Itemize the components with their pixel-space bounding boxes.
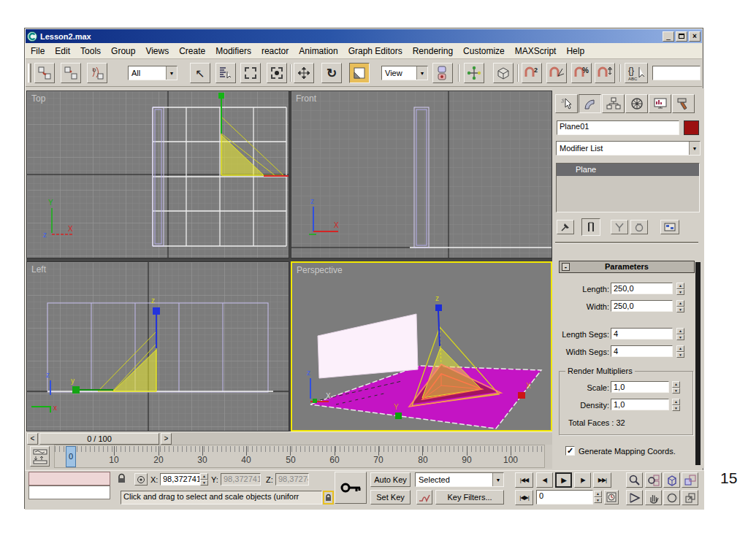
spinner-up-icon[interactable]: ▲ <box>200 473 208 480</box>
menu-group[interactable]: Group <box>106 45 140 58</box>
go-to-start-button[interactable]: |◀◀ <box>515 472 533 488</box>
menu-edit[interactable]: Edit <box>50 45 75 58</box>
current-frame-marker[interactable]: 0 <box>66 446 76 467</box>
track-bar-ruler[interactable]: 0 10 20 30 40 50 60 70 80 90 100 0 <box>54 445 545 468</box>
viewport-left-canvas[interactable]: z y z x <box>27 262 289 431</box>
close-button[interactable]: × <box>689 31 701 42</box>
maxscript-listener-pink[interactable] <box>28 472 110 486</box>
menu-graph-editors[interactable]: Graph Editors <box>343 45 408 58</box>
viewport-top-label[interactable]: Top <box>31 93 45 104</box>
menu-reactor[interactable]: reactor <box>256 45 294 58</box>
menu-tools[interactable]: Tools <box>75 45 106 58</box>
viewport-left-label[interactable]: Left <box>31 264 46 275</box>
length-spinner[interactable]: ▲▼ <box>676 283 684 295</box>
menu-customize[interactable]: Customize <box>458 45 510 58</box>
modifier-list-dropdown[interactable]: Modifier List ▼ <box>556 141 701 156</box>
viewport-front[interactable]: Front z X <box>291 91 552 258</box>
spinner-down-icon[interactable]: ▼ <box>672 405 680 412</box>
open-mini-curve-editor-button[interactable] <box>30 446 50 467</box>
select-and-move-button[interactable] <box>294 63 314 83</box>
current-frame-field[interactable]: 0 <box>536 490 593 505</box>
length-segs-field[interactable]: 4 <box>611 328 673 340</box>
tab-modify[interactable] <box>579 94 601 113</box>
key-mode-arrow-icon[interactable]: ▼ <box>492 473 503 486</box>
time-slider-handle[interactable]: 0 / 100 <box>39 433 159 445</box>
make-unique-button[interactable] <box>611 220 628 234</box>
modifier-stack[interactable]: Plane <box>556 163 700 212</box>
zoom-all-button[interactable] <box>645 472 662 488</box>
width-segs-field[interactable]: 4 <box>611 345 673 357</box>
selection-filter-dropdown[interactable]: All ▼ <box>128 66 178 80</box>
spinner-down-icon[interactable]: ▼ <box>594 497 602 504</box>
menu-animation[interactable]: Animation <box>294 45 343 58</box>
rectangular-selection-button[interactable] <box>240 63 261 83</box>
viewport-front-canvas[interactable]: z X <box>291 91 552 258</box>
selection-filter-arrow-icon[interactable]: ▼ <box>166 66 177 80</box>
pin-stack-button[interactable] <box>557 220 574 234</box>
spinner-down-icon[interactable]: ▼ <box>676 289 684 296</box>
tab-create[interactable] <box>555 94 578 113</box>
zoom-button[interactable] <box>626 472 643 488</box>
menu-rendering[interactable]: Rendering <box>408 45 458 58</box>
time-configuration-button[interactable] <box>604 490 619 505</box>
next-frame-button[interactable]: |▶ <box>574 472 591 488</box>
spinner-down-icon[interactable]: ▼ <box>672 388 680 394</box>
object-name-field[interactable]: Plane01 <box>557 120 679 135</box>
play-button[interactable]: ▶ <box>555 472 572 488</box>
density-spinner[interactable]: ▲▼ <box>672 399 680 411</box>
time-slider-prev-button[interactable]: < <box>27 433 38 445</box>
viewport-top-canvas[interactable]: Y X z <box>27 91 289 258</box>
angle-snap-button[interactable] <box>546 63 567 83</box>
width-field[interactable]: 250,0 <box>611 300 673 312</box>
selection-lock-icon[interactable] <box>117 473 126 486</box>
spinner-up-icon[interactable]: ▲ <box>676 328 684 334</box>
spinner-up-icon[interactable]: ▲ <box>672 399 680 405</box>
modifier-list-arrow-icon[interactable]: ▼ <box>689 142 700 155</box>
field-of-view-button[interactable] <box>626 490 643 505</box>
select-and-rotate-button[interactable]: ↻ <box>321 63 342 83</box>
select-and-manipulate-button[interactable] <box>464 63 484 83</box>
spinner-snap-button[interactable] <box>595 63 615 83</box>
menu-maxscript[interactable]: MAXScript <box>510 45 562 58</box>
auto-key-button[interactable]: Auto Key <box>370 472 411 487</box>
maxscript-listener-white[interactable] <box>28 486 110 499</box>
tab-utilities[interactable] <box>672 94 695 113</box>
spinner-down-icon[interactable]: ▼ <box>200 480 208 486</box>
toolbox-button[interactable] <box>493 63 514 83</box>
time-slider-next-button[interactable]: > <box>161 433 172 445</box>
spinner-up-icon[interactable]: ▲ <box>676 283 684 289</box>
key-mode-toggle-button[interactable]: |◀▶| <box>515 490 533 505</box>
viewport-perspective-label[interactable]: Perspective <box>297 265 343 275</box>
zoom-extents-button[interactable] <box>663 472 680 488</box>
named-selection-field[interactable] <box>652 66 701 80</box>
viewport-front-label[interactable]: Front <box>296 93 316 104</box>
previous-frame-button[interactable]: ◀| <box>536 472 553 488</box>
spinner-down-icon[interactable]: ▼ <box>676 334 684 341</box>
spinner-up-icon[interactable]: ▲ <box>676 300 684 307</box>
go-to-end-button[interactable]: ▶▶| <box>593 472 611 488</box>
snap-toggle-button[interactable]: 2 <box>522 63 542 83</box>
menu-help[interactable]: Help <box>561 45 589 58</box>
x-coord-field[interactable]: 98,372741 <box>160 473 200 486</box>
generate-mapping-checkbox[interactable]: ✓ <box>565 446 575 456</box>
object-color-swatch[interactable] <box>684 120 699 135</box>
width-segs-spinner[interactable]: ▲▼ <box>676 345 684 358</box>
reference-coordinate-dropdown[interactable]: View ▼ <box>381 66 428 80</box>
menu-modifiers[interactable]: Modifiers <box>210 45 256 58</box>
length-segs-spinner[interactable]: ▲▼ <box>676 328 684 340</box>
zoom-extents-all-button[interactable] <box>682 472 698 488</box>
bind-to-space-warp-button[interactable] <box>87 63 107 83</box>
spinner-up-icon[interactable]: ▲ <box>672 381 680 388</box>
restore-button[interactable] <box>676 31 687 42</box>
tab-motion[interactable] <box>625 94 648 113</box>
absolute-mode-button[interactable] <box>134 473 148 486</box>
configure-modifier-sets-button[interactable] <box>660 220 679 234</box>
select-by-name-button[interactable] <box>215 63 236 83</box>
use-pivot-center-button[interactable] <box>432 63 453 83</box>
selection-lock-toggle[interactable] <box>323 491 334 505</box>
min-max-toggle-button[interactable] <box>682 490 698 505</box>
toolbar-grip[interactable] <box>28 64 31 83</box>
spinner-down-icon[interactable]: ▼ <box>676 352 684 358</box>
reference-coordinate-arrow-icon[interactable]: ▼ <box>416 66 427 80</box>
scale-field[interactable]: 1,0 <box>611 381 669 393</box>
